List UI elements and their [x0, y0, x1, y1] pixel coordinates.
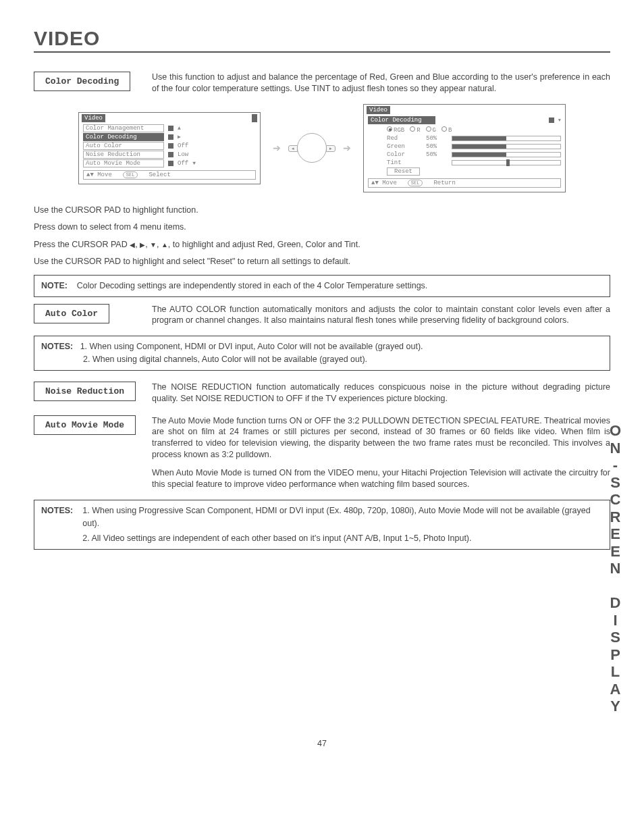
- cursor-pad-icon: ◂▸: [293, 129, 331, 167]
- label-noise-reduction: Noise Reduction: [34, 382, 136, 401]
- arrow-icon: ➔: [343, 142, 351, 153]
- osd2-radios: RGB R G B: [387, 126, 561, 134]
- text-color-decoding: Use this function to adjust and balance …: [152, 72, 610, 95]
- instruction-line-3: Press the CURSOR PAD ◀, ▶, ▼, ▲, to high…: [34, 239, 610, 251]
- osd1-item-3: Noise Reduction: [83, 151, 164, 159]
- label-color-decoding: Color Decoding: [34, 72, 130, 91]
- osd1-title: Video: [82, 114, 105, 122]
- notes-box-3: NOTES: 1. When using Progressive Scan Co…: [34, 500, 610, 550]
- osd1-item-1: Color Decoding: [83, 133, 164, 141]
- text-auto-movie-mode: The Auto Movie Mode function turns ON or…: [152, 415, 610, 490]
- osd2-title: Video: [367, 106, 390, 114]
- osd1-item-0: Color Management: [83, 124, 164, 132]
- osd-figure-row: Video Color Management▲ Color Decoding▶ …: [34, 104, 610, 192]
- instruction-line-1: Use the CURSOR PAD to highlight function…: [34, 205, 610, 217]
- osd-color-decoding-menu: Video Color Decoding▼ RGB R G B Red50% G…: [363, 104, 566, 192]
- osd2-subtitle: Color Decoding: [368, 116, 435, 124]
- page-title: VIDEO: [34, 27, 610, 53]
- page-number: 47: [34, 739, 610, 748]
- osd1-item-4: Auto Movie Mode: [83, 159, 164, 167]
- label-auto-movie-mode: Auto Movie Mode: [34, 415, 136, 435]
- side-tab: ON-SCREEN DISPLAY: [606, 422, 624, 715]
- text-auto-color: The AUTO COLOR function automatically mo…: [152, 304, 610, 327]
- label-auto-color: Auto Color: [34, 304, 109, 323]
- notes-box-2: NOTES: 1. When using Component, HDMI or …: [34, 336, 610, 371]
- text-noise-reduction: The NOISE REDUCTION function automatical…: [152, 382, 610, 405]
- arrow-icon: ➔: [273, 142, 281, 153]
- instruction-line-4: Use the CURSOR PAD to highlight and sele…: [34, 256, 610, 268]
- instruction-line-2: Press down to select from 4 menu items.: [34, 221, 610, 234]
- osd-video-menu: Video Color Management▲ Color Decoding▶ …: [78, 112, 261, 184]
- note-box-1: NOTE: Color Decoding settings are indepe…: [34, 275, 610, 297]
- osd1-item-2: Auto Color: [83, 142, 164, 150]
- osd2-reset: Reset: [387, 167, 420, 176]
